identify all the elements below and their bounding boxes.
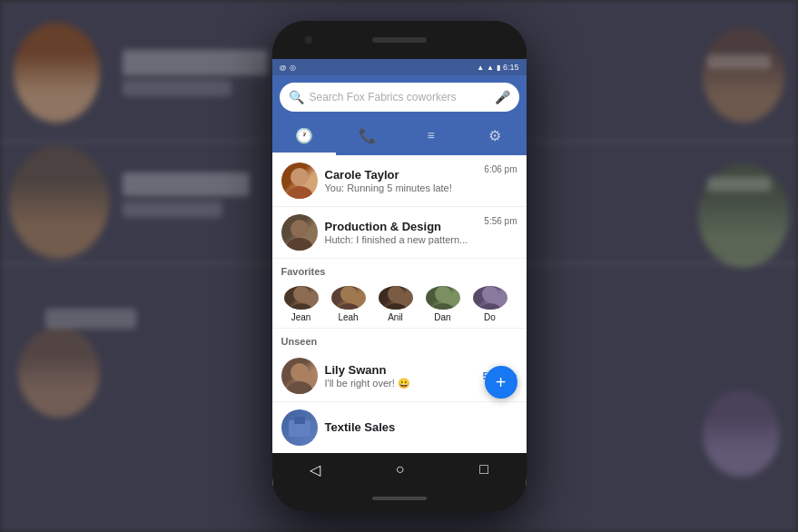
fab-icon: + [496, 372, 507, 393]
favorite-name-do: Do [484, 312, 496, 322]
svg-point-7 [337, 303, 360, 310]
fab-button[interactable]: + [485, 366, 517, 399]
tab-calls[interactable]: 📞 [336, 119, 399, 152]
svg-point-15 [287, 381, 312, 394]
conversation-preview-carole: You: Running 5 minutes late! [325, 182, 478, 193]
conversation-name-textile: Textile Sales [325, 420, 517, 434]
recent-apps-button[interactable]: □ [472, 458, 496, 481]
svg-point-4 [293, 286, 310, 302]
avatar-lily [281, 358, 318, 394]
svg-point-3 [287, 238, 312, 251]
svg-point-10 [435, 286, 451, 302]
avatar-anil [379, 286, 413, 310]
phone-screen: @ ◎ ▲ ▲ ▮ 6:15 🔍 Search Fox Fabrics cowo… [272, 59, 527, 486]
tab-groups[interactable]: ≡ [399, 119, 463, 152]
conversation-body-lily: Lily Swann I'll be right over! 😀 [325, 363, 476, 389]
svg-point-12 [482, 286, 498, 302]
avatar-textile [281, 409, 318, 446]
search-placeholder[interactable]: Search Fox Fabrics coworkers [310, 91, 489, 103]
search-bar[interactable]: 🔍 Search Fox Fabrics coworkers 🎤 [280, 83, 519, 112]
search-bar-container: 🔍 Search Fox Fabrics coworkers 🎤 [272, 75, 527, 119]
svg-rect-17 [294, 417, 305, 424]
conversation-preview-production: Hutch: I finished a new pattern... [325, 234, 478, 245]
svg-point-0 [291, 168, 309, 186]
search-icon: 🔍 [289, 90, 304, 104]
conversation-body-carole: Carole Taylor You: Running 5 minutes lat… [325, 168, 478, 193]
avatar-jean [284, 286, 319, 310]
avatar-dan [426, 286, 460, 310]
conversation-name-lily: Lily Swann [325, 363, 476, 377]
calls-icon: 📞 [359, 127, 377, 144]
home-button[interactable]: ○ [389, 458, 412, 481]
favorite-anil[interactable]: Anil [374, 286, 418, 322]
favorite-dan[interactable]: Dan [421, 286, 465, 322]
tab-settings[interactable]: ⚙ [463, 119, 527, 152]
conversation-preview-lily: I'll be right over! 😀 [325, 378, 476, 389]
mic-icon[interactable]: 🎤 [495, 90, 510, 104]
conversation-item-carole[interactable]: Carole Taylor You: Running 5 minutes lat… [272, 155, 527, 207]
conversation-name-carole: Carole Taylor [325, 168, 478, 182]
phone-shell: @ ◎ ▲ ▲ ▮ 6:15 🔍 Search Fox Fabrics cowo… [272, 21, 527, 511]
svg-point-13 [478, 303, 502, 310]
settings-icon: ⚙ [488, 127, 501, 144]
conversation-body-textile: Textile Sales [325, 420, 517, 435]
favorite-name-leah: Leah [338, 312, 358, 322]
unseen-section-header: Unseen [272, 329, 527, 350]
status-icons-left: @ ◎ [280, 64, 296, 72]
home-bar [372, 497, 427, 500]
content-area: Carole Taylor You: Running 5 minutes lat… [272, 155, 527, 453]
svg-point-6 [340, 286, 357, 302]
favorite-name-dan: Dan [434, 312, 450, 322]
conversation-item-textile[interactable]: Textile Sales [272, 402, 527, 453]
conversation-body-production: Production & Design Hutch: I finished a … [325, 220, 478, 245]
conversation-name-production: Production & Design [325, 220, 478, 233]
conversation-item-production[interactable]: Production & Design Hutch: I finished a … [272, 207, 527, 259]
wifi-icon: ▲ [477, 64, 484, 72]
favorite-name-anil: Anil [388, 312, 403, 322]
tab-recent[interactable]: 🕐 [272, 119, 336, 152]
phone-camera [305, 36, 312, 44]
avatar-do [473, 286, 507, 310]
phone-speaker [372, 37, 427, 43]
status-icons-right: ▲ ▲ ▮ 6:15 [477, 63, 518, 72]
status-time: 6:15 [503, 63, 519, 72]
battery-icon: ▮ [497, 64, 500, 72]
status-bar: @ ◎ ▲ ▲ ▮ 6:15 [272, 59, 527, 75]
bottom-nav: ◁ ○ □ [272, 453, 527, 486]
favorite-leah[interactable]: Leah [327, 286, 370, 322]
recent-icon: 🕐 [295, 127, 313, 144]
favorite-do[interactable]: Do [468, 286, 512, 322]
svg-point-2 [291, 220, 309, 238]
favorites-row: Jean Leah [272, 281, 527, 329]
nav-tabs: 🕐 📞 ≡ ⚙ [272, 119, 527, 155]
signal-icon: ▲ [487, 64, 494, 72]
phone-bottom-bezel [272, 486, 527, 511]
phone-top-bezel [272, 21, 527, 59]
favorite-jean[interactable]: Jean [280, 286, 323, 322]
svg-point-1 [287, 186, 312, 199]
svg-point-8 [388, 286, 404, 302]
avatar-production [281, 214, 318, 251]
svg-point-9 [384, 303, 408, 310]
back-button[interactable]: ◁ [302, 458, 328, 482]
groups-icon: ≡ [427, 128, 434, 143]
at-icon: @ [280, 64, 287, 72]
favorite-name-jean: Jean [291, 312, 311, 322]
svg-point-5 [290, 303, 313, 310]
conversation-time-production: 5:56 pm [484, 214, 517, 226]
svg-point-14 [291, 363, 309, 381]
svg-point-11 [431, 303, 455, 310]
avatar-leah [331, 286, 366, 310]
conversation-time-carole: 6:06 pm [484, 163, 517, 174]
avatar-carole [281, 163, 318, 199]
notification-icon: ◎ [290, 64, 296, 72]
favorites-section-header: Favorites [272, 259, 527, 281]
